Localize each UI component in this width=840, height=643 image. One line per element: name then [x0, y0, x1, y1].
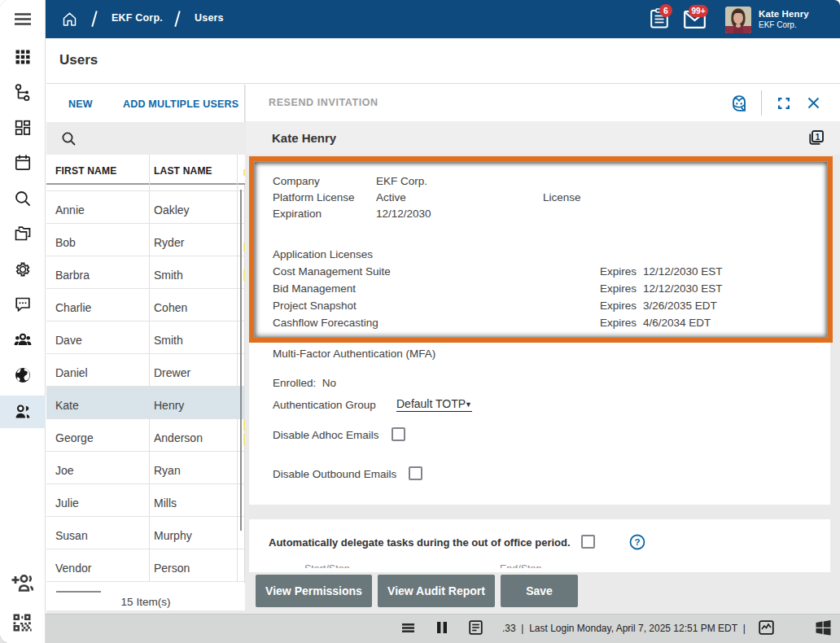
- svg-text:?: ?: [634, 537, 640, 547]
- svg-text:1: 1: [816, 133, 820, 142]
